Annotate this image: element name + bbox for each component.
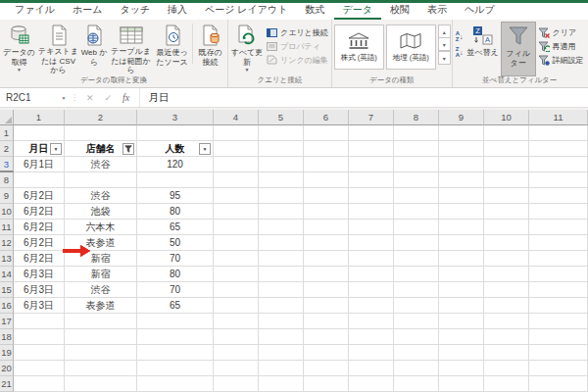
insert-function-icon[interactable]: fx <box>122 92 129 103</box>
column-header[interactable]: 6 <box>304 110 349 125</box>
get-data-button[interactable]: データの取得 ▼ <box>1 22 37 76</box>
sheet-cell[interactable] <box>484 204 529 220</box>
sheet-cell[interactable] <box>259 172 304 188</box>
existing-connections-button[interactable]: 既存の接続 <box>194 22 226 76</box>
sheet-cell[interactable] <box>394 188 439 204</box>
sheet-cell[interactable] <box>259 267 304 282</box>
sheet-cell[interactable] <box>529 376 588 392</box>
from-text-csv-button[interactable]: テキストまたは CSV から <box>37 22 79 76</box>
sheet-cell[interactable] <box>349 188 394 204</box>
filter-dropdown-button[interactable]: ▼ <box>50 143 62 155</box>
tab-home[interactable]: ホーム <box>64 1 111 20</box>
sheet-cell[interactable]: 6月3日 <box>14 282 65 298</box>
sheet-cell[interactable] <box>137 345 214 361</box>
column-header[interactable]: 5 <box>259 110 304 125</box>
sheet-cell[interactable] <box>259 204 304 220</box>
sheet-cell[interactable] <box>137 125 214 141</box>
sheet-cell[interactable] <box>529 345 588 361</box>
sheet-cell[interactable] <box>529 172 588 188</box>
row-header[interactable]: 20 <box>0 361 14 376</box>
sheet-cell[interactable] <box>259 361 304 376</box>
sheet-cell[interactable] <box>394 361 439 376</box>
sheet-cell[interactable] <box>259 235 304 251</box>
sheet-cell[interactable] <box>65 172 137 188</box>
sheet-cell[interactable] <box>484 314 529 329</box>
sheet-cell[interactable] <box>259 314 304 329</box>
sheet-cell[interactable] <box>394 345 439 361</box>
sheet-cell[interactable] <box>14 125 65 141</box>
sheet-cell[interactable] <box>394 125 439 141</box>
row-header[interactable]: 21 <box>0 376 14 392</box>
sheet-cell[interactable]: 65 <box>137 298 214 314</box>
sheet-cell[interactable] <box>14 376 65 392</box>
sheet-cell[interactable] <box>439 251 484 267</box>
sheet-cell[interactable] <box>304 157 349 172</box>
row-header[interactable]: 14 <box>0 267 14 282</box>
sheet-cell[interactable] <box>304 329 349 345</box>
sheet-cell[interactable] <box>349 376 394 392</box>
sheet-cell[interactable] <box>304 125 349 141</box>
enter-icon[interactable]: ✓ <box>105 93 113 103</box>
sheet-cell[interactable]: 6月2日 <box>14 204 65 220</box>
sheet-cell[interactable] <box>439 157 484 172</box>
row-header[interactable]: 12 <box>0 235 14 251</box>
sheet-cell[interactable] <box>529 314 588 329</box>
name-box[interactable]: R2C1 <box>0 88 57 107</box>
sheet-cell[interactable]: 渋谷 <box>65 157 137 172</box>
column-header[interactable]: 10 <box>484 110 529 125</box>
sheet-cell[interactable] <box>214 345 259 361</box>
sheet-cell[interactable] <box>214 361 259 376</box>
sheet-cell[interactable] <box>484 282 529 298</box>
sheet-cell[interactable]: 6月2日 <box>14 251 65 267</box>
sheet-cell[interactable] <box>259 188 304 204</box>
sheet-cell[interactable]: 6月3日 <box>14 298 65 314</box>
gallery-up-button[interactable]: ▴ <box>438 24 451 38</box>
sheet-cell[interactable]: 70 <box>137 282 214 298</box>
sheet-cell[interactable]: 6月2日 <box>14 220 65 235</box>
sheet-cell[interactable] <box>484 329 529 345</box>
sheet-cell[interactable] <box>349 125 394 141</box>
row-header[interactable]: 1 <box>0 125 14 141</box>
row-header[interactable]: 8 <box>0 172 14 188</box>
sheet-cell[interactable] <box>259 125 304 141</box>
sheet-cell[interactable] <box>259 345 304 361</box>
sheet-cell[interactable] <box>394 204 439 220</box>
row-header[interactable]: 17 <box>0 314 14 329</box>
sheet-cell[interactable] <box>349 204 394 220</box>
sheet-cell[interactable]: 人数▼ <box>137 141 214 157</box>
tab-view[interactable]: 表示 <box>418 1 456 20</box>
sheet-cell[interactable]: 六本木 <box>65 220 137 235</box>
tab-help[interactable]: ヘルプ <box>456 1 504 20</box>
formula-input[interactable]: 月日 <box>139 88 588 107</box>
sheet-cell[interactable] <box>439 345 484 361</box>
sheet-cell[interactable] <box>439 361 484 376</box>
sheet-cell[interactable]: 65 <box>137 220 214 235</box>
sheet-cell[interactable] <box>439 298 484 314</box>
sheet-cell[interactable] <box>349 141 394 157</box>
sheet-cell[interactable] <box>304 220 349 235</box>
sheet-cell[interactable] <box>484 125 529 141</box>
sheet-cell[interactable] <box>259 141 304 157</box>
row-header[interactable]: 18 <box>0 329 14 345</box>
sheet-cell[interactable] <box>304 235 349 251</box>
sort-descending-button[interactable]: ZA↓ <box>456 46 464 58</box>
sheet-cell[interactable] <box>394 329 439 345</box>
sheet-cell[interactable]: 渋谷 <box>65 188 137 204</box>
sheet-cell[interactable]: 6月3日 <box>14 267 65 282</box>
sheet-cell[interactable] <box>214 141 259 157</box>
sheet-cell[interactable] <box>349 157 394 172</box>
row-header[interactable]: 2 <box>0 141 14 157</box>
row-header[interactable]: 9 <box>0 188 14 204</box>
sheet-cell[interactable] <box>304 172 349 188</box>
row-header[interactable]: 15 <box>0 282 14 298</box>
sheet-cell[interactable] <box>484 220 529 235</box>
tab-file[interactable]: ファイル <box>6 1 64 20</box>
sheet-cell[interactable] <box>349 220 394 235</box>
tab-review[interactable]: 校閲 <box>381 1 418 20</box>
sheet-cell[interactable] <box>259 251 304 267</box>
sheet-cell[interactable] <box>65 345 137 361</box>
sheet-cell[interactable] <box>439 172 484 188</box>
sheet-cell[interactable] <box>394 141 439 157</box>
sheet-cell[interactable] <box>529 204 588 220</box>
sheet-cell[interactable] <box>304 141 349 157</box>
